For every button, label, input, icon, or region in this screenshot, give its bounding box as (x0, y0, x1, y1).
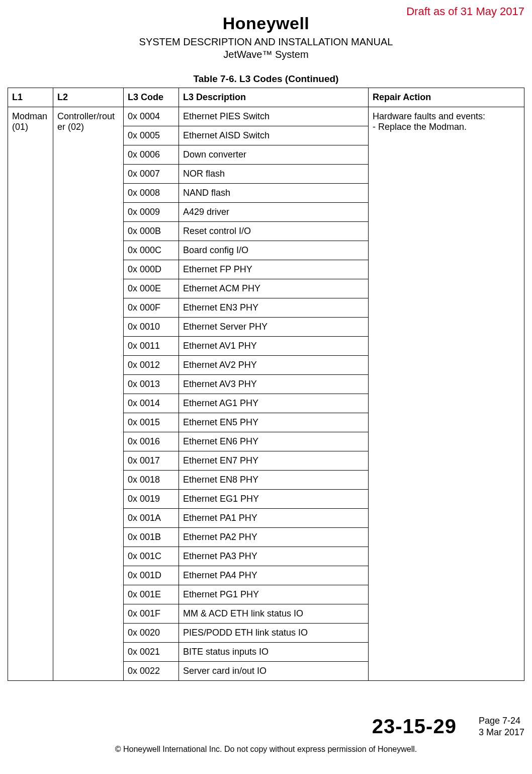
cell-l3-description: Ethernet AV3 PHY (179, 375, 369, 394)
cell-l3-code: 0x 0022 (124, 662, 179, 681)
cell-l3-code: 0x 001F (124, 604, 179, 624)
cell-l3-description: Ethernet PA4 PHY (179, 566, 369, 585)
page-footer: 23-15-29 Page 7-24 3 Mar 2017 © Honeywel… (8, 715, 524, 754)
cell-l3-code: 0x 0020 (124, 624, 179, 643)
cell-l3-description: Board config I/O (179, 241, 369, 260)
header-l3-code: L3 Code (124, 88, 179, 107)
cell-l3-code: 0x 000D (124, 260, 179, 279)
cell-l3-code: 0x 001E (124, 585, 179, 604)
cell-l3-code: 0x 001B (124, 528, 179, 547)
page-date: 3 Mar 2017 (479, 727, 524, 738)
cell-l3-code: 0x 0016 (124, 432, 179, 451)
cell-repair-action: Hardware faults and events: - Replace th… (369, 107, 524, 681)
cell-l3-description: NOR flash (179, 165, 369, 184)
cell-l2: Controller/router (02) (53, 107, 124, 681)
cell-l3-description: PIES/PODD ETH link status IO (179, 624, 369, 643)
cell-l3-code: 0x 000B (124, 222, 179, 241)
cell-l3-code: 0x 001A (124, 509, 179, 528)
cell-l3-code: 0x 0017 (124, 451, 179, 471)
cell-l3-code: 0x 000E (124, 279, 179, 298)
cell-l3-description: BITE status inputs IO (179, 643, 369, 662)
cell-l3-description: Ethernet AG1 PHY (179, 394, 369, 413)
cell-l3-code: 0x 0010 (124, 318, 179, 337)
header-repair-action: Repair Action (369, 88, 524, 107)
table-header-row: L1 L2 L3 Code L3 Description Repair Acti… (8, 88, 524, 107)
document-subtitle: JetWave™ System (8, 49, 524, 60)
cell-l3-description: MM & ACD ETH link status IO (179, 604, 369, 624)
cell-l3-description: Ethernet PA1 PHY (179, 509, 369, 528)
cell-l3-code: 0x 0018 (124, 471, 179, 490)
cell-l3-description: Ethernet PG1 PHY (179, 585, 369, 604)
cell-l3-code: 0x 0021 (124, 643, 179, 662)
cell-l3-code: 0x 0006 (124, 145, 179, 165)
copyright-notice: © Honeywell International Inc. Do not co… (8, 745, 524, 754)
cell-l3-description: Ethernet PA3 PHY (179, 547, 369, 566)
cell-l3-description: Ethernet EN5 PHY (179, 413, 369, 432)
cell-l1: Modman (01) (8, 107, 53, 681)
codes-table: L1 L2 L3 Code L3 Description Repair Acti… (8, 88, 524, 681)
cell-l3-description: Ethernet EN7 PHY (179, 451, 369, 471)
cell-l3-description: Server card in/out IO (179, 662, 369, 681)
cell-l3-description: Ethernet EN6 PHY (179, 432, 369, 451)
cell-l3-code: 0x 0007 (124, 165, 179, 184)
header-l1: L1 (8, 88, 53, 107)
cell-l3-description: A429 driver (179, 203, 369, 222)
draft-notice: Draft as of 31 May 2017 (406, 5, 524, 18)
cell-l3-code: 0x 0014 (124, 394, 179, 413)
cell-l3-code: 0x 0009 (124, 203, 179, 222)
cell-l3-code: 0x 000C (124, 241, 179, 260)
cell-l3-description: Ethernet Server PHY (179, 318, 369, 337)
cell-l3-description: Ethernet FP PHY (179, 260, 369, 279)
cell-l3-description: Ethernet PIES Switch (179, 107, 369, 126)
cell-l3-description: Ethernet AISD Switch (179, 126, 369, 145)
cell-l3-code: 0x 000F (124, 298, 179, 318)
table-caption: Table 7-6. L3 Codes (Continued) (8, 73, 524, 85)
cell-l3-description: Ethernet EG1 PHY (179, 490, 369, 509)
cell-l3-description: Ethernet AV2 PHY (179, 356, 369, 375)
cell-l3-code: 0x 001D (124, 566, 179, 585)
cell-l3-code: 0x 0012 (124, 356, 179, 375)
header-l3-description: L3 Description (179, 88, 369, 107)
cell-l3-code: 0x 0004 (124, 107, 179, 126)
cell-l3-description: Ethernet ACM PHY (179, 279, 369, 298)
cell-l3-description: Ethernet EN8 PHY (179, 471, 369, 490)
document-title: SYSTEM DESCRIPTION AND INSTALLATION MANU… (8, 36, 524, 48)
cell-l3-code: 0x 001C (124, 547, 179, 566)
cell-l3-description: Down converter (179, 145, 369, 165)
cell-l3-code: 0x 0019 (124, 490, 179, 509)
cell-l3-code: 0x 0013 (124, 375, 179, 394)
cell-l3-description: Ethernet AV1 PHY (179, 337, 369, 356)
cell-l3-code: 0x 0015 (124, 413, 179, 432)
document-number: 23-15-29 (372, 715, 457, 738)
cell-l3-description: NAND flash (179, 184, 369, 203)
table-row: Modman (01)Controller/router (02)0x 0004… (8, 107, 524, 126)
cell-l3-description: Ethernet EN3 PHY (179, 298, 369, 318)
cell-l3-code: 0x 0005 (124, 126, 179, 145)
cell-l3-description: Ethernet PA2 PHY (179, 528, 369, 547)
cell-l3-description: Reset control I/O (179, 222, 369, 241)
header-l2: L2 (53, 88, 124, 107)
cell-l3-code: 0x 0008 (124, 184, 179, 203)
page-number: Page 7-24 (479, 715, 524, 727)
cell-l3-code: 0x 0011 (124, 337, 179, 356)
